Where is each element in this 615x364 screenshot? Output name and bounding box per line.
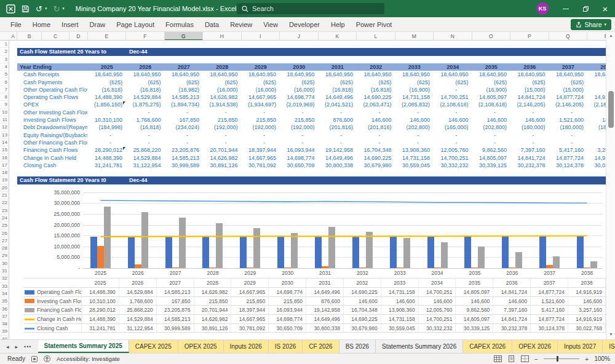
row-header-12[interactable]: 12 — [0, 124, 9, 131]
cell-other-investing-cash-flows-2028[interactable]: - — [203, 109, 242, 116]
column-header-j[interactable]: J — [280, 32, 319, 41]
cell-closing-cash-2027[interactable]: 30,999,589 — [165, 162, 204, 169]
cell-label-closing-cash[interactable]: Closing Cash — [17, 162, 87, 169]
row-header-38[interactable]: 38 — [0, 320, 9, 328]
cell-equity-raisings-buybacks-2036[interactable]: - — [510, 132, 549, 139]
cell-investing-cash-flows-2030[interactable]: 215,850 — [280, 116, 319, 124]
row-header-24[interactable]: 24 — [0, 215, 9, 222]
menu-tab-help[interactable]: Help — [325, 17, 351, 32]
cell-opex-2027[interactable]: (1,894,734) — [165, 101, 204, 108]
sheet-tab-inputs-2026[interactable]: Inputs 2026 — [224, 340, 269, 353]
menu-tab-page-layout[interactable]: Page Layout — [111, 17, 160, 32]
cell-label-other-operating-cash-flows[interactable]: Other Operating Cash Flows — [17, 86, 87, 93]
cell-cash-receipts-2032[interactable]: 18,640,950 — [357, 71, 395, 78]
column-header-l[interactable]: L — [357, 32, 395, 41]
cell-opex-2031[interactable]: (2,041,521) — [319, 101, 357, 108]
cell-other-financing-cash-flows-2036[interactable]: - — [510, 139, 549, 146]
row-header-23[interactable]: 23 — [0, 207, 9, 215]
cell-equity-raisings-buybacks-2034[interactable]: - — [434, 132, 472, 139]
cell-cash-receipts-2028[interactable]: 18,640,950 — [203, 71, 242, 78]
sheet-nav-right-icon[interactable]: ▸ — [13, 344, 21, 350]
cell-cash-receipts-2027[interactable]: 18,640,950 — [165, 71, 204, 78]
cell-operating-cash-flows-2026[interactable]: 14,529,884 — [126, 93, 165, 101]
cell-debt-drawdowns-repaymen-2034[interactable]: (165,000) — [434, 124, 472, 131]
cell-debt-drawdowns-repaymen-2036[interactable]: (180,000) — [510, 124, 549, 131]
cell-debt-drawdowns-repaymen-2027[interactable]: (234,024) — [165, 124, 204, 131]
cell-label-equity-raisings-buybacks[interactable]: Equity Raisings/(Buybacks) — [17, 132, 87, 139]
cell-change-in-cash-held-2033[interactable]: 14,731,158 — [395, 154, 434, 162]
cell-other-investing-cash-flows-2033[interactable]: - — [395, 109, 434, 116]
cell-change-in-cash-held-2027[interactable]: 14,585,213 — [165, 154, 204, 162]
vertical-scrollbar[interactable]: ▲ ▼ — [606, 32, 615, 339]
zoom-slider[interactable] — [544, 358, 579, 359]
cell-closing-cash-2031[interactable]: 30,800,338 — [319, 162, 357, 169]
cell-cash-receipts-2029[interactable]: 18,640,950 — [242, 71, 280, 78]
row-header-26[interactable]: 26 — [0, 230, 9, 237]
row-header-11[interactable]: 11 — [0, 116, 9, 124]
cell-closing-cash-2037[interactable]: 30,124,378 — [549, 162, 588, 169]
cell-investing-cash-flows-2034[interactable]: 146,600 — [434, 116, 472, 124]
cell-operating-cash-flows-2037[interactable]: 14,877,724 — [549, 93, 588, 101]
cell-label-other-financing-cash-flows[interactable]: Other Financing Cash Flows — [17, 139, 87, 146]
cell-other-financing-cash-flows-2029[interactable]: - — [242, 139, 280, 146]
row-header-15[interactable]: 15 — [0, 146, 9, 154]
cell-cash-payments-2037[interactable]: (625) — [549, 79, 588, 86]
column-header-r[interactable]: R — [587, 32, 606, 41]
cell-other-investing-cash-flows-2031[interactable]: - — [319, 109, 357, 116]
sheet-tab-opex-2026[interactable]: OPEX 2026 — [512, 340, 558, 353]
cell-other-financing-cash-flows-2034[interactable]: - — [434, 139, 472, 146]
cell-opex-2030[interactable]: (2,019,969) — [280, 101, 319, 108]
sheet-tab-bs-2026[interactable]: BS 2026 — [339, 340, 376, 353]
sheet-tab-statements-summary-2025[interactable]: Statements Summary 2025 — [38, 340, 129, 353]
column-header-o[interactable]: O — [472, 32, 511, 41]
cell-cash-payments-2034[interactable]: (625) — [434, 79, 472, 86]
cell-equity-raisings-buybacks-2029[interactable]: - — [242, 132, 280, 139]
column-header-q[interactable]: Q — [549, 32, 588, 41]
menu-tab-formulas[interactable]: Formulas — [160, 17, 199, 32]
cell-debt-drawdowns-repaymen-2037[interactable]: (180,000) — [549, 124, 588, 131]
cell-opex-2032[interactable]: (2,063,471) — [357, 101, 395, 108]
cell-equity-raisings-buybacks-2038[interactable]: - — [587, 132, 606, 139]
cell-debt-drawdowns-repaymen-2028[interactable]: (192,000) — [203, 124, 242, 131]
cell-other-investing-cash-flows-2029[interactable]: - — [242, 109, 280, 116]
row-header-37[interactable]: 37 — [0, 313, 9, 320]
cell-label-financing-cash-flows[interactable]: Financing Cash Flows — [17, 146, 87, 154]
year-header-row[interactable]: Year Ending20252026202720282029203020312… — [17, 63, 606, 71]
cell-other-operating-cash-flows-2026[interactable]: (16,818) — [126, 86, 165, 93]
cell-cash-payments-2029[interactable]: (625) — [242, 79, 280, 86]
cell-equity-raisings-buybacks-2028[interactable]: - — [203, 132, 242, 139]
row-header-29[interactable]: 29 — [0, 252, 9, 259]
avatar[interactable]: KS — [536, 2, 549, 15]
menu-tab-review[interactable]: Review — [224, 17, 258, 32]
cell-opex-2028[interactable]: (1,914,538) — [203, 101, 242, 108]
close-button[interactable]: × — [595, 0, 615, 17]
cell-financing-cash-flows-2028[interactable]: 20,701,944 — [203, 146, 242, 154]
cell-investing-cash-flows-2026[interactable]: 1,768,600 — [126, 116, 165, 124]
row-header-13[interactable]: 13 — [0, 132, 9, 139]
cell-opex-2037[interactable]: (2,146,205) — [549, 101, 588, 108]
column-header-i[interactable]: I — [242, 32, 280, 41]
cell-change-in-cash-held-2028[interactable]: 14,626,982 — [203, 154, 242, 162]
cell-opex-2038[interactable]: (2,184,164) — [587, 101, 606, 108]
cell-change-in-cash-held-2036[interactable]: 14,841,724 — [510, 154, 549, 162]
cell-equity-raisings-buybacks-2031[interactable]: - — [319, 132, 357, 139]
row-header-5[interactable]: 5 — [0, 71, 9, 78]
scroll-down-icon[interactable]: ▼ — [606, 332, 615, 336]
cell-investing-cash-flows-2028[interactable]: 215,850 — [203, 116, 242, 124]
cell-investing-cash-flows-2036[interactable]: 146,600 — [510, 116, 549, 124]
cell-opex-2034[interactable]: (2,108,618) — [434, 101, 472, 108]
cell-operating-cash-flows-2038[interactable]: 14,916,919 — [587, 93, 606, 101]
cell-closing-cash-2029[interactable]: 30,781,092 — [242, 162, 280, 169]
menu-tab-power-pivot[interactable]: Power Pivot — [351, 17, 398, 32]
cell-operating-cash-flows-2036[interactable]: 14,841,724 — [510, 93, 549, 101]
row-header-7[interactable]: 7 — [0, 86, 9, 93]
undo-icon[interactable]: ↺ — [36, 5, 42, 13]
sheet-tab-capex-2025[interactable]: CAPEX 2025 — [129, 340, 178, 353]
cell-opex-2026[interactable]: (1,875,275) — [126, 101, 165, 108]
cell-financing-cash-flows-2034[interactable]: 12,005,760 — [434, 146, 472, 154]
sheet-nav-more-icon[interactable]: ••• — [22, 344, 34, 350]
row-header-27[interactable]: 27 — [0, 237, 9, 245]
column-header-b[interactable]: B — [17, 32, 42, 41]
menu-tab-view[interactable]: View — [258, 17, 284, 32]
row-header-10[interactable]: 10 — [0, 109, 9, 116]
